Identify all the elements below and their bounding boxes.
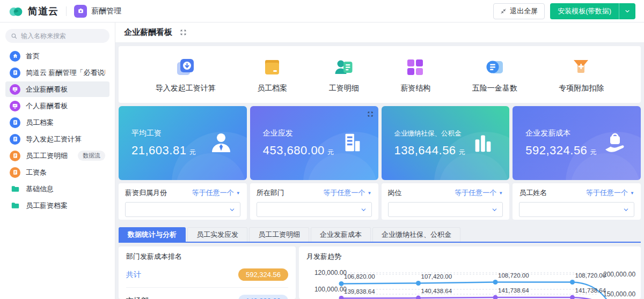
app-name: 薪酬管理: [91, 6, 121, 16]
stat-card-4[interactable]: 企业发薪成本592,324.56元: [513, 106, 641, 180]
chart-label: 200,000.00: [603, 271, 635, 278]
chart-label: 150,000.00: [603, 290, 635, 298]
filter-select[interactable]: [125, 202, 240, 217]
data-point[interactable]: [570, 295, 575, 299]
chart-label: 107,420.00: [421, 273, 452, 280]
person-icon: [208, 130, 234, 156]
expand-icon[interactable]: [367, 110, 374, 119]
page-title: 企业薪酬看板: [124, 27, 172, 38]
sidebar-item-4[interactable]: 个人薪酬看板: [5, 98, 109, 114]
filter-operator-dropdown[interactable]: 等于任意一个▼: [192, 188, 240, 198]
tab-5[interactable]: 企业缴纳社保、公积金: [372, 227, 460, 242]
sidebar-item-5[interactable]: 员工档案: [5, 115, 109, 130]
filter-1: 薪资归属月份等于任意一个▼: [119, 183, 247, 220]
bars-icon: [471, 130, 496, 156]
sidebar-item-8[interactable]: 工资条: [5, 165, 109, 180]
filter-operator-label: 等于任意一个: [192, 188, 234, 198]
filter-operator-dropdown[interactable]: 等于任意一个▼: [586, 188, 634, 198]
employee-folder-icon: [261, 56, 283, 79]
doc-icon: [10, 151, 20, 161]
shortcut-3[interactable]: 工资明细: [329, 56, 359, 93]
main-area: 企业薪酬看板 导入发起工资计算员工档案工资明细薪资结构五险一金基数专项附加扣除 …: [115, 23, 644, 299]
chart-label: 100,000.00: [314, 286, 347, 293]
sidebar-search[interactable]: [5, 29, 109, 43]
filter-label: 岗位: [388, 188, 402, 198]
filter-3: 岗位等于任意一个▼: [382, 183, 510, 220]
data-point[interactable]: [416, 281, 421, 286]
folder-icon: [10, 200, 20, 211]
shortcut-4[interactable]: 薪资结构: [400, 56, 430, 93]
filter-select[interactable]: [257, 202, 372, 217]
stat-card-1[interactable]: 平均工资21,603.81元: [119, 106, 247, 180]
data-point[interactable]: [493, 295, 498, 299]
sidebar-item-label: 工资条: [26, 168, 47, 177]
payroll-detail-icon: [333, 56, 355, 79]
brand-name: 简道云: [28, 5, 58, 18]
sidebar-item-6[interactable]: 导入发起工资计算: [5, 131, 109, 147]
sidebar-item-3[interactable]: 企业薪酬看板: [5, 81, 109, 97]
ranking-name[interactable]: 共计: [126, 270, 141, 280]
data-point[interactable]: [339, 281, 344, 286]
data-point[interactable]: [339, 296, 344, 299]
data-point[interactable]: [570, 280, 575, 285]
exit-fullscreen-button[interactable]: 退出全屏: [493, 3, 545, 19]
tabs-section: 数据统计与分析员工实发应发员工工资明细企业发薪成本企业缴纳社保、公积金 部门发薪…: [119, 223, 641, 299]
filter-operator-label: 等于任意一个: [324, 188, 365, 198]
sidebar-item-9[interactable]: 基础信息: [5, 181, 109, 197]
caret-down-icon: ▼: [499, 191, 503, 196]
salary-structure-icon: [404, 56, 427, 79]
stat-card-2[interactable]: 企业应发453,680.00元: [250, 106, 378, 180]
dashboard-content: 导入发起工资计算员工档案工资明细薪资结构五险一金基数专项附加扣除 平均工资21,…: [115, 43, 644, 299]
shortcut-5[interactable]: 五险一金基数: [472, 56, 517, 93]
data-point[interactable]: [493, 280, 498, 285]
sidebar-item-1[interactable]: 首页: [5, 48, 109, 64]
sidebar-item-label: 个人薪酬看板: [26, 101, 68, 111]
ranking-title: 部门发薪成本排名: [126, 252, 288, 261]
chart-label: 106,820.00: [344, 273, 375, 280]
filter-operator-dropdown[interactable]: 等于任意一个▼: [324, 188, 372, 198]
filter-select[interactable]: [519, 202, 634, 217]
home-icon: [10, 51, 20, 62]
sidebar-item-label: 员工档案: [26, 118, 54, 128]
shortcut-2[interactable]: 员工档案: [257, 56, 287, 93]
chevron-down-icon: [229, 206, 236, 213]
tab-4[interactable]: 企业发薪成本: [311, 227, 371, 242]
sidebar-item-label: 首页: [26, 51, 40, 61]
import-icon: [174, 56, 197, 79]
search-input[interactable]: [21, 32, 101, 40]
doc-icon: [10, 117, 20, 128]
trend-chart-container: 120,000.00100,000.00200,000.00150,000.00…: [306, 265, 633, 294]
tab-1[interactable]: 数据统计与分析: [119, 227, 186, 242]
sidebar-item-10[interactable]: 员工薪资档案: [5, 198, 109, 213]
filter-operator-dropdown[interactable]: 等于任意一个▼: [455, 188, 503, 198]
chevron-down-icon: [491, 206, 498, 213]
dashboard-icon: [10, 84, 20, 95]
sidebar-item-2[interactable]: 简道云 薪酬管理「必看说明」: [5, 65, 109, 80]
ranking-name: 市场部: [126, 296, 149, 299]
app-icon: [74, 5, 87, 18]
shortcut-6[interactable]: 专项附加扣除: [559, 56, 604, 93]
monthly-trend-panel: 月发薪趋势 120,000.00100,000.00200,000.00150,…: [299, 246, 641, 299]
ranking-row: 市场部140,890.00: [126, 295, 288, 299]
chart-label: 140,438.64: [421, 288, 452, 294]
department-cost-ranking-panel: 部门发薪成本排名 共计592,324.56市场部140,890.00: [119, 246, 296, 299]
filter-label: 所在部门: [257, 188, 284, 198]
filter-operator-label: 等于任意一个: [586, 188, 628, 198]
sidebar-item-label: 导入发起工资计算: [26, 134, 82, 144]
ranking-rows: 共计592,324.56市场部140,890.00: [126, 268, 288, 299]
chart-label: 108,720.00: [498, 272, 529, 279]
tab-3[interactable]: 员工工资明细: [249, 227, 309, 242]
fullscreen-icon[interactable]: [180, 29, 187, 36]
install-template-button[interactable]: 安装模板(带数据): [550, 3, 619, 19]
shortcut-1[interactable]: 导入发起工资计算: [156, 56, 216, 93]
dashboard-icon: [10, 101, 20, 111]
stat-card-3[interactable]: 企业缴纳社保、公积金138,644.56元: [382, 106, 510, 180]
sidebar-item-7[interactable]: 员工工资明细数据流: [5, 148, 109, 163]
install-dropdown-button[interactable]: [619, 3, 635, 19]
data-point[interactable]: [416, 296, 421, 299]
filter-select[interactable]: [388, 202, 503, 217]
doc-icon: [10, 68, 20, 78]
sidebar-item-label: 简道云 薪酬管理「必看说明」: [26, 68, 105, 78]
tab-2[interactable]: 员工实发应发: [187, 227, 247, 242]
chart-label: 141,738.64: [575, 287, 606, 294]
